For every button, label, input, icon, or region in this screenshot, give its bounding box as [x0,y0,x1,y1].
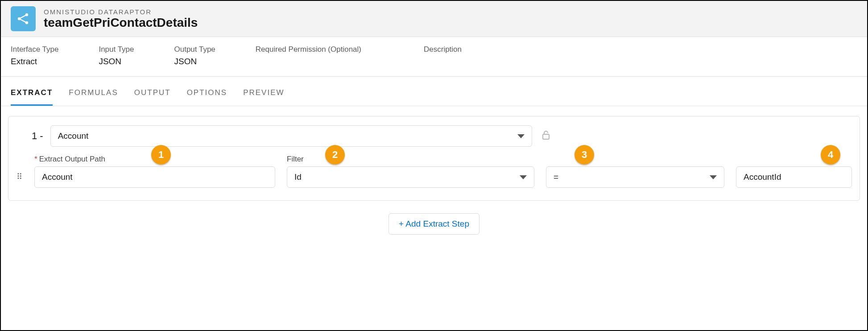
step-object-row: 1 - Account [17,125,851,147]
filter-field-select[interactable]: Id [287,166,534,188]
app-frame: OMNISTUDIO DATARAPTOR teamGetPriContactD… [0,0,868,331]
extract-step-card: 1 - Account ⠿ 1 * [8,116,860,201]
page-header: OMNISTUDIO DATARAPTOR teamGetPriContactD… [1,1,867,37]
svg-line-3 [20,15,26,18]
drag-handle-icon[interactable]: ⠿ [17,172,23,182]
tab-extract[interactable]: EXTRACT [11,80,53,106]
tab-output[interactable]: OUTPUT [134,80,171,106]
select-value: = [554,172,558,182]
filter-value-input[interactable]: AccountId [736,166,852,188]
meta-row: Interface Type Extract Input Type JSON O… [1,37,867,77]
filter-operator-select[interactable]: = [546,166,724,188]
callout-badge-2: 2 [325,145,345,165]
meta-label: Interface Type [11,45,58,54]
object-select-value: Account [58,131,89,141]
header-eyebrow: OMNISTUDIO DATARAPTOR [44,8,198,16]
meta-description: Description [424,45,462,66]
chevron-down-icon [710,175,717,179]
svg-line-4 [20,19,26,22]
filter-operator-block: 3 = [546,155,724,188]
meta-interface-type: Interface Type Extract [11,45,58,66]
filter-field-block: 2 Filter Id [287,155,534,188]
meta-input-type: Input Type JSON [99,45,134,66]
callout-badge-3: 3 [575,145,594,165]
lock-icon [542,131,550,142]
extract-output-path-block: 1 * Extract Output Path Account [34,155,275,188]
filter-label: Filter [287,155,534,164]
chevron-down-icon [520,175,527,179]
meta-value: JSON [99,57,134,66]
select-value: Id [294,172,302,182]
meta-label: Output Type [174,45,215,54]
extract-output-path-input[interactable]: Account [34,166,275,188]
tab-formulas[interactable]: FORMULAS [69,80,118,106]
add-extract-step-button[interactable]: + Add Extract Step [389,213,479,235]
step-index: 1 - [32,130,43,142]
dataraptor-icon [11,6,36,31]
spacer-label [546,155,724,164]
meta-label: Description [424,45,462,54]
filter-value-block: 4 AccountId [736,155,852,188]
tab-bar: EXTRACT FORMULAS OUTPUT OPTIONS PREVIEW [1,80,867,106]
tab-preview[interactable]: PREVIEW [243,80,284,106]
chevron-down-icon [517,134,525,138]
tab-options[interactable]: OPTIONS [187,80,227,106]
object-select[interactable]: Account [50,125,532,147]
svg-rect-5 [543,134,549,139]
input-value: AccountId [744,172,781,182]
meta-value: Extract [11,57,58,66]
callout-badge-1: 1 [151,145,171,165]
page-title: teamGetPriContactDetails [44,16,198,30]
header-titles: OMNISTUDIO DATARAPTOR teamGetPriContactD… [44,8,198,30]
required-star: * [34,155,37,164]
meta-output-type: Output Type JSON [174,45,215,66]
input-value: Account [42,172,73,182]
callout-badge-4: 4 [821,145,840,165]
filters-row: ⠿ 1 * Extract Output Path Account 2 Filt… [17,155,851,188]
meta-label: Input Type [99,45,134,54]
add-step-wrap: + Add Extract Step [8,213,860,235]
meta-label: Required Permission (Optional) [256,45,361,54]
extract-content: 1 - Account ⠿ 1 * [1,106,867,330]
meta-required-permission: Required Permission (Optional) [256,45,361,66]
meta-value: JSON [174,57,215,66]
label-text: Extract Output Path [39,155,105,164]
